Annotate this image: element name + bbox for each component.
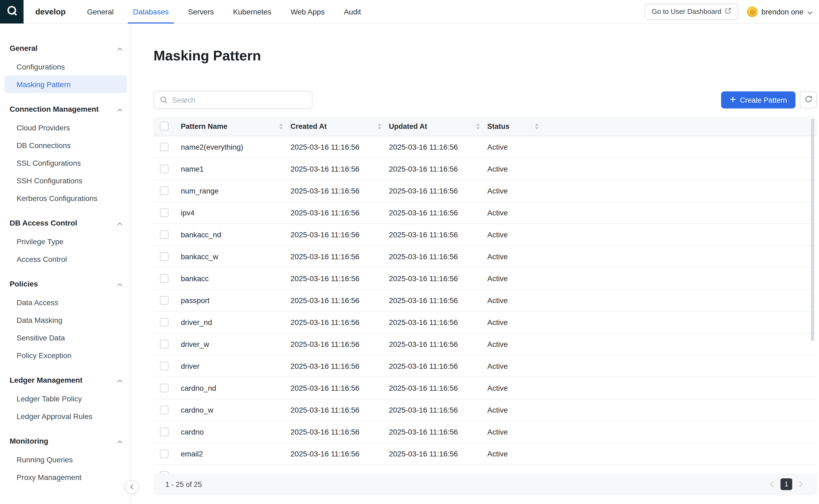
sidebar-section-connection-management[interactable]: Connection Management xyxy=(0,99,131,119)
row-checkbox[interactable] xyxy=(160,449,168,458)
row-checkbox[interactable] xyxy=(160,165,168,173)
row-checkbox[interactable] xyxy=(160,406,168,414)
sidebar-item-cloud-providers[interactable]: Cloud Providers xyxy=(4,119,127,136)
workspace-name: develop xyxy=(35,7,65,16)
row-checkbox[interactable] xyxy=(160,274,168,283)
table-row[interactable]: ipv4 2025-03-16 11:16:56 2025-03-16 11:1… xyxy=(153,202,817,224)
pattern-name-cell: email2 xyxy=(181,449,291,458)
sidebar-section-general[interactable]: General xyxy=(0,38,131,58)
sidebar-item-data-masking[interactable]: Data Masking xyxy=(4,311,127,329)
column-header-created-at[interactable]: Created At xyxy=(291,117,389,136)
select-all-checkbox[interactable] xyxy=(160,122,168,130)
sidebar-item-configurations[interactable]: Configurations xyxy=(4,58,127,75)
row-checkbox[interactable] xyxy=(160,230,168,239)
row-checkbox[interactable] xyxy=(160,252,168,261)
pattern-name-cell: bankacc_w xyxy=(181,252,291,261)
table-row[interactable]: bankacc_w 2025-03-16 11:16:56 2025-03-16… xyxy=(153,246,817,268)
table-row[interactable]: num_range 2025-03-16 11:16:56 2025-03-16… xyxy=(153,180,817,202)
row-checkbox[interactable] xyxy=(160,296,168,305)
row-checkbox[interactable] xyxy=(160,187,168,195)
go-to-user-dashboard-button[interactable]: Go to User Dashboard xyxy=(645,3,739,20)
table-row[interactable]: name1 2025-03-16 11:16:56 2025-03-16 11:… xyxy=(153,158,817,180)
page-number[interactable]: 1 xyxy=(781,478,792,490)
row-checkbox[interactable] xyxy=(160,384,168,392)
sidebar-collapse-button[interactable] xyxy=(125,480,138,494)
sort-icon[interactable] xyxy=(476,123,480,129)
create-pattern-button[interactable]: Create Pattern xyxy=(721,91,795,108)
sort-icon[interactable] xyxy=(535,123,539,129)
sidebar-item-privilege-type[interactable]: Privilege Type xyxy=(4,232,127,250)
pattern-name-cell: num_range xyxy=(181,187,291,195)
updated-at-cell: 2025-03-16 11:16:56 xyxy=(389,143,487,151)
table-row[interactable]: cardno 2025-03-16 11:16:56 2025-03-16 11… xyxy=(153,421,817,443)
row-checkbox[interactable] xyxy=(160,428,168,436)
column-header-pattern-name[interactable]: Pattern Name xyxy=(181,117,291,136)
sidebar-item-masking-pattern[interactable]: Masking Pattern xyxy=(4,75,127,93)
created-at-cell: 2025-03-16 11:16:56 xyxy=(291,318,389,327)
tab-databases[interactable]: Databases xyxy=(127,0,174,23)
tab-general[interactable]: General xyxy=(82,0,119,23)
table-row[interactable]: cardno_w 2025-03-16 11:16:56 2025-03-16 … xyxy=(153,399,817,421)
status-cell: Active xyxy=(487,296,546,305)
table-row-partial[interactable] xyxy=(153,465,817,474)
sidebar-item-ledger-approval-rules[interactable]: Ledger Approval Rules xyxy=(4,407,127,425)
sidebar-item-ssl-configurations[interactable]: SSL Configurations xyxy=(4,154,127,172)
sidebar-section-ledger-management[interactable]: Ledger Management xyxy=(0,370,131,390)
sort-icon[interactable] xyxy=(279,123,283,129)
tab-kubernetes[interactable]: Kubernetes xyxy=(228,0,277,23)
sidebar-item-data-access[interactable]: Data Access xyxy=(4,293,127,311)
sidebar-item-sensitive-data[interactable]: Sensitive Data xyxy=(4,329,127,346)
pattern-name-cell: cardno_nd xyxy=(181,384,291,392)
created-at-cell: 2025-03-16 11:16:56 xyxy=(291,252,389,261)
row-checkbox[interactable] xyxy=(160,208,168,217)
sidebar-item-running-queries[interactable]: Running Queries xyxy=(4,451,127,468)
sidebar-item-proxy-management[interactable]: Proxy Management xyxy=(4,468,127,486)
table-scrollbar[interactable] xyxy=(811,119,814,341)
sidebar: General Configurations Masking Pattern C… xyxy=(0,24,131,504)
previous-page-button[interactable] xyxy=(770,481,774,487)
sidebar-item-kerberos-configurations[interactable]: Kerberos Configurations xyxy=(4,189,127,207)
row-checkbox[interactable] xyxy=(160,471,168,474)
next-page-button[interactable] xyxy=(799,481,803,487)
status-cell: Active xyxy=(487,274,546,283)
table-row[interactable]: bankacc_nd 2025-03-16 11:16:56 2025-03-1… xyxy=(153,224,817,246)
sidebar-item-ledger-table-policy[interactable]: Ledger Table Policy xyxy=(4,390,127,407)
status-cell: Active xyxy=(487,252,546,261)
status-cell: Active xyxy=(487,208,546,217)
column-header-updated-at[interactable]: Updated At xyxy=(389,117,487,136)
row-checkbox[interactable] xyxy=(160,318,168,327)
table-row[interactable]: email2 2025-03-16 11:16:56 2025-03-16 11… xyxy=(153,443,817,465)
pattern-name-cell: ipv4 xyxy=(181,208,291,217)
sort-icon[interactable] xyxy=(378,123,381,129)
table-row[interactable]: cardno_nd 2025-03-16 11:16:56 2025-03-16… xyxy=(153,377,817,399)
row-checkbox[interactable] xyxy=(160,143,168,151)
table-row[interactable]: name2(everything) 2025-03-16 11:16:56 20… xyxy=(153,136,817,158)
table-row[interactable]: driver 2025-03-16 11:16:56 2025-03-16 11… xyxy=(153,355,817,377)
app-logo[interactable] xyxy=(0,0,24,23)
sidebar-section-monitoring[interactable]: Monitoring xyxy=(0,431,131,451)
user-menu[interactable]: ☺ brendon one xyxy=(747,6,813,17)
row-checkbox[interactable] xyxy=(160,362,168,370)
table-row[interactable]: driver_nd 2025-03-16 11:16:56 2025-03-16… xyxy=(153,312,817,334)
table-body: name2(everything) 2025-03-16 11:16:56 20… xyxy=(153,136,817,474)
pattern-name-cell: passport xyxy=(181,296,291,305)
sidebar-item-policy-exception[interactable]: Policy Exception xyxy=(4,346,127,364)
search-input[interactable] xyxy=(153,91,312,109)
table-row[interactable]: passport 2025-03-16 11:16:56 2025-03-16 … xyxy=(153,290,817,312)
sidebar-section-db-access-control[interactable]: DB Access Control xyxy=(0,213,131,232)
updated-at-cell: 2025-03-16 11:16:56 xyxy=(389,165,487,173)
refresh-button[interactable] xyxy=(800,91,817,108)
sidebar-section-policies[interactable]: Policies xyxy=(0,274,131,293)
tab-servers[interactable]: Servers xyxy=(183,0,219,23)
table-row[interactable]: driver_w 2025-03-16 11:16:56 2025-03-16 … xyxy=(153,334,817,355)
tab-audit[interactable]: Audit xyxy=(339,0,366,23)
row-checkbox[interactable] xyxy=(160,340,168,348)
sidebar-item-db-connections[interactable]: DB Connections xyxy=(4,136,127,154)
table-row[interactable]: bankacc 2025-03-16 11:16:56 2025-03-16 1… xyxy=(153,268,817,290)
column-header-status[interactable]: Status xyxy=(487,117,546,136)
tab-web-apps[interactable]: Web Apps xyxy=(285,0,330,23)
updated-at-cell: 2025-03-16 11:16:56 xyxy=(389,449,487,458)
dashboard-button-label: Go to User Dashboard xyxy=(652,7,721,15)
sidebar-item-ssh-configurations[interactable]: SSH Configurations xyxy=(4,172,127,189)
sidebar-item-access-control[interactable]: Access Control xyxy=(4,250,127,268)
